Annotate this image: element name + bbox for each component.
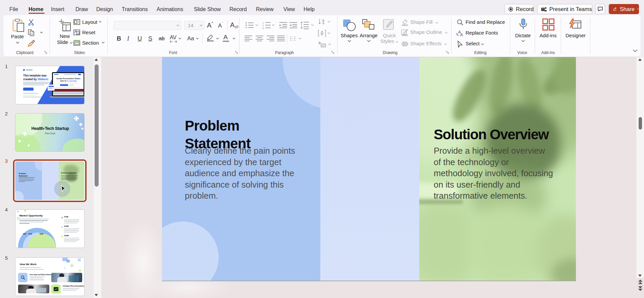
- svg-text:A: A: [460, 33, 463, 37]
- svg-text:3: 3: [262, 27, 264, 29]
- svg-text:T: T: [542, 8, 544, 11]
